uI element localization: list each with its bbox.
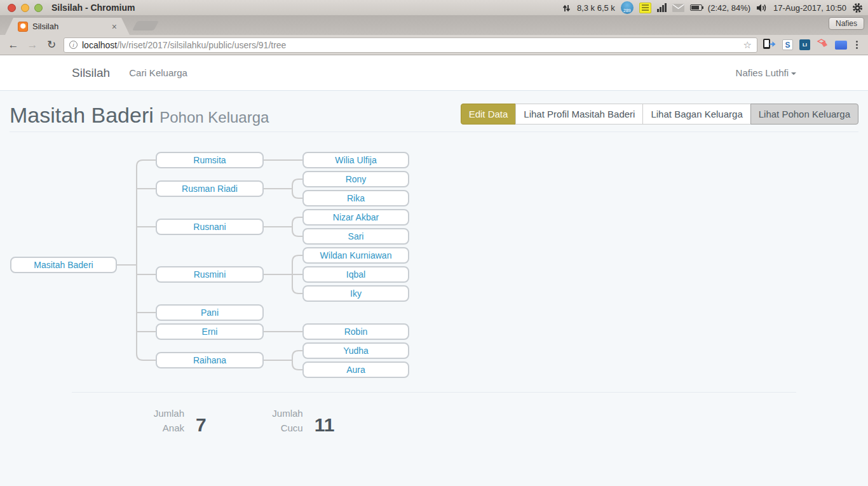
battery-status-text: (2:42, 84%) xyxy=(708,3,750,13)
back-button[interactable]: ← xyxy=(6,39,20,51)
stat-label: Jumlah Cucu xyxy=(257,407,303,435)
laravel-extension-icon[interactable] xyxy=(817,39,829,51)
notes-indicator-icon[interactable] xyxy=(639,3,651,13)
tree-node-masitah-baderi[interactable]: Masitah Baderi xyxy=(10,257,117,273)
user-dropdown[interactable]: Nafies Luthfi xyxy=(736,67,796,78)
extension-li-icon[interactable]: LI xyxy=(799,39,810,50)
gear-icon[interactable] xyxy=(852,3,863,13)
summary-stats: Jumlah Anak7Jumlah Cucu11 xyxy=(72,393,796,435)
network-traffic-icon xyxy=(562,3,571,13)
battery-icon[interactable] xyxy=(690,4,702,11)
tree-node-wildan-kurniawan[interactable]: Wildan Kurniawan xyxy=(302,247,409,264)
lihat-profil-masitah-baderi-button[interactable]: Lihat Profil Masitah Baderi xyxy=(515,104,643,125)
tree-node-rumsita[interactable]: Rumsita xyxy=(156,152,264,168)
tree-node-rika[interactable]: Rika xyxy=(302,190,409,206)
tree-node-sari[interactable]: Sari xyxy=(302,228,409,245)
extension-s-icon[interactable]: S xyxy=(782,39,793,50)
tree-node-rusmini[interactable]: Rusmini xyxy=(156,266,264,283)
tree-node-robin[interactable]: Robin xyxy=(302,323,409,340)
app-navbar: Silsilah Cari Keluarga Nafies Luthfi xyxy=(0,55,868,91)
tab-title: Silsilah xyxy=(32,22,107,31)
volume-icon[interactable] xyxy=(756,3,768,13)
page-info-icon[interactable]: i xyxy=(69,41,78,49)
tree-node-rusnani[interactable]: Rusnani xyxy=(156,219,264,235)
lihat-bagan-keluarga-button[interactable]: Lihat Bagan Keluarga xyxy=(642,104,750,125)
stat-jumlah-cucu: Jumlah Cucu11 xyxy=(257,407,335,435)
tab-silsilah[interactable]: ✺ Silsilah × xyxy=(5,18,130,35)
browser-menu-icon[interactable] xyxy=(853,41,860,49)
family-tree: Masitah BaderiRumsitaWilia UlfijaRusman … xyxy=(10,132,858,383)
edit-data-button[interactable]: Edit Data xyxy=(461,104,517,125)
action-button-group: Edit DataLihat Profil Masitah BaderiLiha… xyxy=(461,104,858,125)
clock-text[interactable]: 17-Aug-2017, 10:50 xyxy=(773,3,846,13)
stat-value: 11 xyxy=(315,414,335,435)
tree-node-iqbal[interactable]: Iqbal xyxy=(302,266,409,283)
mail-icon[interactable] xyxy=(672,4,684,12)
page-subtitle: Pohon Keluarga xyxy=(159,109,269,126)
tree-node-wilia-ulfija[interactable]: Wilia Ulfija xyxy=(302,152,409,168)
stat-label: Jumlah Anak xyxy=(139,407,184,435)
reload-button[interactable]: ↻ xyxy=(44,38,58,51)
network-speed-text: 8,3 k 6,5 k xyxy=(577,3,615,13)
tree-node-aura[interactable]: Aura xyxy=(302,361,409,378)
tree-node-rony[interactable]: Rony xyxy=(302,171,409,187)
nav-cari-keluarga[interactable]: Cari Keluarga xyxy=(129,67,187,78)
browser-toolbar: ← → ↻ i localhost/lv/riset/2017/silsilah… xyxy=(0,35,868,55)
tree-node-yudha[interactable]: Yudha xyxy=(302,342,409,359)
window-minimize-button[interactable] xyxy=(21,4,29,12)
bookmark-star-icon[interactable]: ☆ xyxy=(743,39,752,51)
mobile-view-extension-icon[interactable] xyxy=(763,38,776,52)
page-title: Masitah Baderi Pohon Keluarga xyxy=(10,101,269,132)
tree-node-nizar-akbar[interactable]: Nizar Akbar xyxy=(302,209,409,226)
stat-jumlah-anak: Jumlah Anak7 xyxy=(139,407,207,435)
url-text[interactable]: localhost/lv/riset/2017/silsilahku/publi… xyxy=(82,40,739,50)
address-bar[interactable]: i localhost/lv/riset/2017/silsilahku/pub… xyxy=(64,37,757,53)
new-tab-button[interactable] xyxy=(132,21,159,30)
brand-link[interactable]: Silsilah xyxy=(72,66,110,80)
tab-strip: ✺ Silsilah × Nafies xyxy=(0,16,868,35)
tree-node-pani[interactable]: Pani xyxy=(156,304,264,321)
tab-favicon-icon: ✺ xyxy=(18,22,28,32)
forward-button[interactable]: → xyxy=(25,39,39,51)
page-header: Masitah Baderi Pohon Keluarga Edit DataL… xyxy=(0,91,868,132)
stat-value: 7 xyxy=(196,414,207,435)
window-close-button[interactable] xyxy=(8,4,16,12)
window-title: Silsilah - Chromium xyxy=(51,3,135,13)
lihat-pohon-keluarga-button[interactable]: Lihat Pohon Keluarga xyxy=(750,104,858,125)
chevron-down-icon xyxy=(791,72,796,75)
tab-close-icon[interactable]: × xyxy=(112,22,117,32)
system-panel: Silsilah - Chromium 8,3 k 6,5 k 289 (2:4… xyxy=(0,0,868,16)
signal-strength-icon[interactable] xyxy=(657,3,667,12)
browser-profile-button[interactable]: Nafies xyxy=(829,17,864,30)
tree-node-iky[interactable]: Iky xyxy=(302,285,409,302)
tree-node-rusman-riadi[interactable]: Rusman Riadi xyxy=(156,180,264,197)
tree-node-erni[interactable]: Erni xyxy=(156,323,264,340)
tree-node-raihana[interactable]: Raihana xyxy=(156,352,264,368)
indicator-badge-icon[interactable]: 289 xyxy=(621,1,634,14)
window-maximize-button[interactable] xyxy=(34,4,43,12)
window-resizer-extension-icon[interactable] xyxy=(835,41,847,50)
